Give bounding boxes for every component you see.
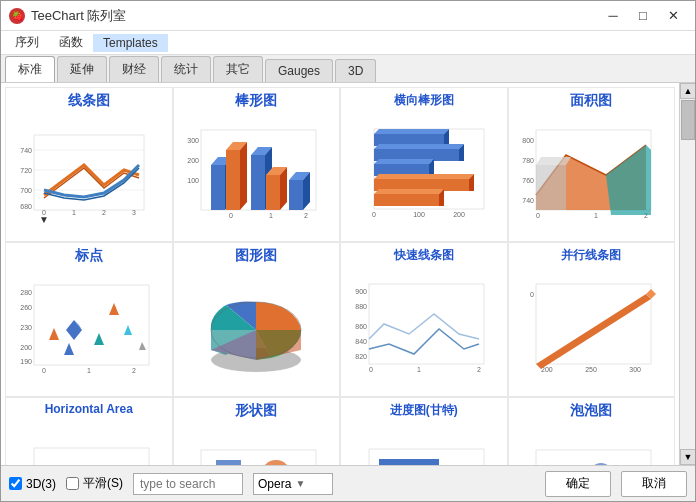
chart-cell-bubble[interactable]: 泡泡图 bbox=[508, 397, 676, 465]
titlebar: 🍓 TeeChart 陈列室 ─ □ ✕ bbox=[1, 1, 695, 31]
chart-cell-harea[interactable]: Horizontal Area Horizontal Area bbox=[5, 397, 173, 465]
checkbox-smooth[interactable] bbox=[66, 477, 79, 490]
svg-text:100: 100 bbox=[188, 177, 200, 184]
tab-gauges[interactable]: Gauges bbox=[265, 59, 333, 82]
chart-title-shape2: 形状图 bbox=[235, 402, 277, 420]
chart-canvas-parallelline: 0 200 250 300 bbox=[511, 266, 673, 392]
chart-title-fastline: 快速线条图 bbox=[394, 247, 454, 264]
svg-marker-65 bbox=[536, 157, 571, 165]
svg-text:680: 680 bbox=[20, 203, 32, 210]
maximize-button[interactable]: □ bbox=[629, 6, 657, 26]
bottom-bar: 3D(3) 平滑(S) Opera ▼ 确定 取消 bbox=[1, 465, 695, 501]
chart-cell-shape2[interactable]: 形状图 bbox=[173, 397, 341, 465]
svg-text:300: 300 bbox=[188, 137, 200, 144]
svg-text:1: 1 bbox=[417, 366, 421, 373]
tabbar: 标准 延伸 财经 统计 其它 Gauges 3D bbox=[1, 55, 695, 83]
menu-item-function[interactable]: 函数 bbox=[49, 32, 93, 53]
chart-cell-pie[interactable]: 图形图 bbox=[173, 242, 341, 397]
chart-title-progress: 进度图(甘特) bbox=[390, 402, 458, 419]
chart-cell-hbar[interactable]: 横向棒形图 0 100 200 bbox=[340, 87, 508, 242]
checkbox-3d[interactable] bbox=[9, 477, 22, 490]
tab-other[interactable]: 其它 bbox=[213, 56, 263, 82]
svg-rect-32 bbox=[289, 180, 303, 210]
svg-rect-102 bbox=[34, 448, 149, 466]
cancel-button[interactable]: 取消 bbox=[621, 471, 687, 497]
tab-standard[interactable]: 标准 bbox=[5, 56, 55, 82]
confirm-button[interactable]: 确定 bbox=[545, 471, 611, 497]
scroll-track bbox=[680, 99, 695, 449]
dropdown-value: Opera bbox=[258, 477, 291, 491]
svg-text:200: 200 bbox=[453, 211, 465, 218]
svg-text:▼: ▼ bbox=[39, 214, 49, 225]
chart-canvas-bubble bbox=[511, 422, 673, 465]
svg-marker-25 bbox=[240, 142, 247, 210]
svg-text:760: 760 bbox=[523, 177, 535, 184]
chart-canvas-harea: Horizontal Area bbox=[8, 418, 170, 465]
app-icon: 🍓 bbox=[9, 8, 25, 24]
svg-text:190: 190 bbox=[20, 358, 32, 365]
svg-text:900: 900 bbox=[355, 288, 367, 295]
scroll-up-button[interactable]: ▲ bbox=[680, 83, 695, 99]
svg-text:840: 840 bbox=[355, 338, 367, 345]
tab-statistics[interactable]: 统计 bbox=[161, 56, 211, 82]
dropdown-arrow-icon: ▼ bbox=[295, 478, 305, 489]
chart-title-bubble: 泡泡图 bbox=[570, 402, 612, 420]
chart-cell-bar[interactable]: 棒形图 300 200 100 0 1 2 bbox=[173, 87, 341, 242]
svg-text:740: 740 bbox=[20, 147, 32, 154]
svg-text:720: 720 bbox=[20, 167, 32, 174]
svg-text:200: 200 bbox=[188, 157, 200, 164]
scroll-down-button[interactable]: ▼ bbox=[680, 449, 695, 465]
svg-rect-23 bbox=[226, 150, 240, 210]
svg-text:0: 0 bbox=[530, 291, 534, 298]
chart-title-line: 线条图 bbox=[68, 92, 110, 110]
chart-cell-line[interactable]: 线条图 740 720 700 680 bbox=[5, 87, 173, 242]
tab-financial[interactable]: 财经 bbox=[109, 56, 159, 82]
chart-cell-area[interactable]: 面积图 800 780 760 740 0 1 2 bbox=[508, 87, 676, 242]
svg-text:740: 740 bbox=[523, 197, 535, 204]
chart-canvas-bar: 300 200 100 0 1 2 bbox=[176, 112, 338, 237]
svg-text:0: 0 bbox=[369, 366, 373, 373]
svg-text:860: 860 bbox=[355, 323, 367, 330]
chart-canvas-hbar: 0 100 200 bbox=[343, 111, 505, 237]
chart-title-bar: 棒形图 bbox=[235, 92, 277, 110]
svg-rect-26 bbox=[251, 155, 265, 210]
chart-cell-point[interactable]: 标点 280 260 230 200 190 0 1 2 bbox=[5, 242, 173, 397]
chart-cell-fastline[interactable]: 快速线条图 900 880 860 840 820 0 1 2 bbox=[340, 242, 508, 397]
chart-title-parallelline: 并行线条图 bbox=[561, 247, 621, 264]
menu-item-templates[interactable]: Templates bbox=[93, 34, 168, 52]
checkbox-3d-label[interactable]: 3D(3) bbox=[9, 477, 56, 491]
svg-text:3: 3 bbox=[132, 209, 136, 216]
svg-text:230: 230 bbox=[20, 324, 32, 331]
svg-text:1: 1 bbox=[72, 209, 76, 216]
tab-3d[interactable]: 3D bbox=[335, 59, 376, 82]
chart-cell-parallelline[interactable]: 并行线条图 0 200 250 300 bbox=[508, 242, 676, 397]
chart-cell-progress[interactable]: 进度图(甘特) bbox=[340, 397, 508, 465]
svg-text:820: 820 bbox=[355, 353, 367, 360]
svg-rect-66 bbox=[34, 285, 149, 365]
tab-extended[interactable]: 延伸 bbox=[57, 56, 107, 82]
chart-canvas-fastline: 900 880 860 840 820 0 1 2 bbox=[343, 266, 505, 392]
scrollbar[interactable]: ▲ ▼ bbox=[679, 83, 695, 465]
dropdown-theme[interactable]: Opera ▼ bbox=[253, 473, 333, 495]
menu-item-series[interactable]: 序列 bbox=[5, 32, 49, 53]
titlebar-controls: ─ □ ✕ bbox=[599, 6, 687, 26]
svg-rect-95 bbox=[536, 284, 651, 364]
svg-text:200: 200 bbox=[20, 344, 32, 351]
svg-marker-49 bbox=[374, 174, 474, 179]
svg-text:2: 2 bbox=[477, 366, 481, 373]
menubar: 序列 函数 Templates bbox=[1, 31, 695, 55]
minimize-button[interactable]: ─ bbox=[599, 6, 627, 26]
checkbox-smooth-label[interactable]: 平滑(S) bbox=[66, 475, 123, 492]
svg-rect-64 bbox=[536, 165, 566, 210]
svg-text:0: 0 bbox=[42, 367, 46, 374]
close-button[interactable]: ✕ bbox=[659, 6, 687, 26]
scroll-thumb[interactable] bbox=[681, 100, 695, 140]
chart-canvas-point: 280 260 230 200 190 0 1 2 bbox=[8, 267, 170, 392]
svg-rect-20 bbox=[211, 165, 225, 210]
search-input[interactable] bbox=[133, 473, 243, 495]
svg-rect-51 bbox=[374, 194, 439, 206]
chart-canvas-progress bbox=[343, 421, 505, 465]
svg-rect-86 bbox=[369, 284, 484, 364]
chart-title-point: 标点 bbox=[75, 247, 103, 265]
svg-text:2: 2 bbox=[132, 367, 136, 374]
